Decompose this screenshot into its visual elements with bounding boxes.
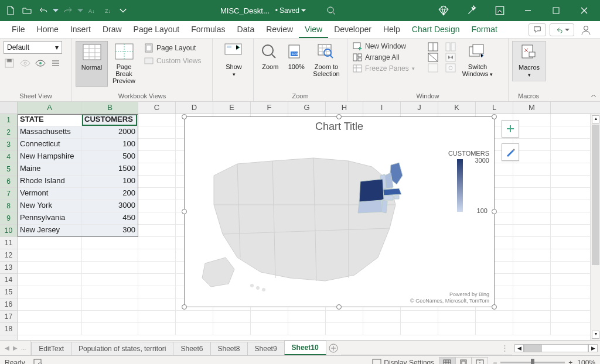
zoom-out-button[interactable]: − [493,359,497,365]
column-header-K[interactable]: K [438,102,476,114]
cell-L18[interactable] [476,323,513,335]
sheet-tab-sheet8[interactable]: Sheet8 [210,342,248,355]
hscroll-track[interactable] [524,344,588,352]
minimize-button[interactable] [516,2,540,19]
normal-view-button[interactable]: Normal [76,41,108,87]
tab-ellipsis[interactable]: ... [20,344,27,352]
menu-file[interactable]: File [6,22,31,38]
column-header-L[interactable]: L [476,102,513,114]
cell-C18[interactable] [138,323,176,335]
column-header-J[interactable]: J [401,102,438,114]
column-header-H[interactable]: H [326,102,363,114]
save-view-icon[interactable] [4,57,16,69]
column-header-B[interactable]: B [82,102,138,114]
cell-I17[interactable] [363,311,401,322]
cell-B6[interactable]: 100 [82,176,138,187]
chart-styles-button[interactable] [502,143,519,161]
cell-B1[interactable]: CUSTOMERS [82,114,138,126]
row-header-7[interactable]: 7 [0,188,17,200]
tab-scroll-right[interactable]: ▶ [12,344,19,352]
menu-format[interactable]: Format [466,22,503,38]
split-icon[interactable] [428,42,438,51]
menu-view[interactable]: View [299,22,328,38]
menu-help[interactable]: Help [377,22,406,38]
cell-A14[interactable] [18,274,82,286]
open-file-icon[interactable] [20,4,34,18]
row-header-11[interactable]: 11 [0,237,17,249]
cell-A6[interactable]: Rhode Island [18,176,82,187]
unhide-icon[interactable] [428,63,438,73]
reset-pos-icon[interactable] [445,63,456,73]
cell-J17[interactable] [401,311,438,322]
tab-bar-menu-icon[interactable]: ⋮ [501,344,509,352]
row-header-1[interactable]: 1 [0,114,17,126]
undo-icon[interactable] [36,4,50,18]
cell-A11[interactable] [18,237,82,249]
normal-view-status-button[interactable] [439,357,455,365]
cell-F17[interactable] [251,311,288,322]
cell-M14[interactable] [513,274,551,286]
row-header-10[interactable]: 10 [0,225,17,237]
cell-B17[interactable] [82,311,138,322]
close-button[interactable] [572,2,596,19]
cell-C5[interactable] [138,163,176,175]
maximize-button[interactable] [544,2,568,19]
wand-icon[interactable] [459,2,484,19]
cell-M15[interactable] [513,286,551,298]
cell-B12[interactable] [82,249,138,261]
hscroll-right[interactable]: ▶ [588,344,598,352]
menu-data[interactable]: Data [231,22,261,38]
cell-C16[interactable] [138,298,176,310]
diamond-icon[interactable] [431,2,456,19]
cell-C9[interactable] [138,212,176,224]
menu-draw[interactable]: Draw [97,22,128,38]
row-header-5[interactable]: 5 [0,163,17,176]
row-header-15[interactable]: 15 [0,286,17,298]
save-status[interactable]: • Saved [275,6,306,15]
column-header-G[interactable]: G [288,102,326,114]
new-sheet-button[interactable] [326,341,341,355]
cell-C17[interactable] [138,311,176,322]
row-header-2[interactable]: 2 [0,126,17,139]
new-window-button[interactable]: New Window [351,41,424,51]
cell-B13[interactable] [82,262,138,273]
cell-I18[interactable] [363,323,401,335]
menu-developer[interactable]: Developer [328,22,377,38]
hide-icon[interactable] [428,53,438,62]
column-header-I[interactable]: I [363,102,401,114]
cell-G18[interactable] [288,323,326,335]
cell-C14[interactable] [138,274,176,286]
eye-new-icon[interactable] [34,57,47,69]
cell-B3[interactable]: 100 [82,139,138,150]
cells-area[interactable]: STATECUSTOMERSMassachusetts2000Connectic… [18,114,590,340]
row-header-9[interactable]: 9 [0,212,17,225]
cell-E17[interactable] [213,311,251,322]
cell-C13[interactable] [138,262,176,273]
cell-A12[interactable] [18,249,82,261]
cell-A7[interactable]: Vermont [18,188,82,200]
row-header-6[interactable]: 6 [0,176,17,188]
row-header-16[interactable]: 16 [0,298,17,311]
column-header-C[interactable]: C [138,102,176,114]
switch-windows-button[interactable]: Switch Windows ▾ [459,41,496,80]
menu-page-layout[interactable]: Page Layout [128,22,186,38]
share-button[interactable] [550,23,574,36]
cell-B18[interactable] [82,323,138,335]
cell-C11[interactable] [138,237,176,249]
menu-insert[interactable]: Insert [64,22,97,38]
hscroll-left[interactable]: ◀ [514,344,524,352]
cell-A3[interactable]: Connecticut [18,139,82,150]
cell-C6[interactable] [138,176,176,187]
row-header-13[interactable]: 13 [0,262,17,274]
cell-A5[interactable]: Maine [18,163,82,175]
page-break-preview-button[interactable]: Page Break Preview [108,41,140,87]
arrange-all-button[interactable]: Arrange All [351,52,424,63]
cell-M10[interactable] [513,225,551,236]
macros-button[interactable]: Macros▾ [512,41,546,81]
cell-E18[interactable] [213,323,251,335]
cell-B8[interactable]: 3000 [82,200,138,212]
row-header-17[interactable]: 17 [0,311,17,323]
row-header-3[interactable]: 3 [0,139,17,151]
zoom-percent[interactable]: 100% [577,359,595,365]
cell-A10[interactable]: New Jersey [18,225,82,236]
